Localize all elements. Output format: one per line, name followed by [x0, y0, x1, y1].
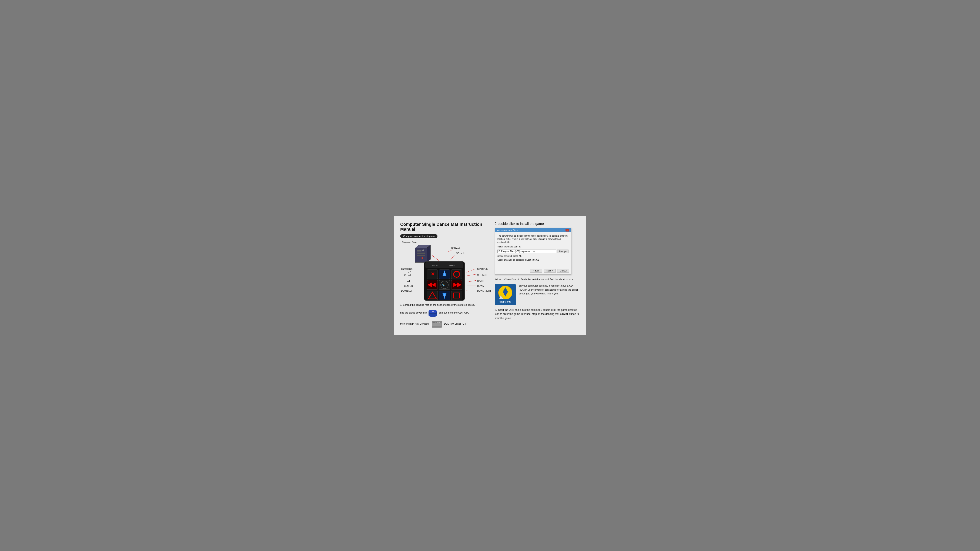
dialog-button-row: < Back Next > Cancel: [495, 268, 571, 275]
svg-point-52: [428, 314, 437, 317]
up-left-label: UP LEFT: [404, 274, 413, 276]
dialog-close-button[interactable]: ✕: [565, 229, 570, 232]
svg-rect-48: [451, 291, 462, 300]
stepmania-description: on your computer desktop. If you don't h…: [519, 284, 579, 295]
svg-marker-16: [427, 245, 430, 262]
dialog-body: The software will be installed in the fo…: [495, 232, 571, 264]
step2-header: 2.double click to install the game: [495, 222, 579, 226]
left-label: LEFT: [407, 280, 412, 282]
svg-line-2: [450, 254, 456, 260]
svg-text:START: START: [449, 264, 455, 267]
center-label: CENTER: [404, 285, 413, 287]
install-label: Install stepmania.com to:: [498, 245, 521, 248]
step1-disk-row: find the game driver disk and put it int…: [400, 308, 490, 318]
stepmania-logo-icon: StepMania: [495, 284, 516, 305]
page: Computer Single Dance Mat Instruction Ma…: [394, 216, 586, 335]
steps-section: 1. Spread the dancing mat on the floor a…: [400, 303, 490, 329]
svg-rect-59: [439, 322, 440, 323]
svg-point-54: [432, 311, 434, 312]
svg-rect-18: [417, 255, 425, 256]
usb-port-label: USB port: [451, 247, 460, 249]
connection-badge: Computer connection diagram: [400, 234, 438, 238]
svg-rect-17: [417, 252, 425, 254]
find-compute-text: then fing it in "My Compute: [400, 322, 430, 325]
dvd-icon: DVD: [431, 319, 442, 329]
svg-rect-23: [425, 262, 463, 268]
dialog-divider: [495, 266, 571, 266]
svg-line-1: [447, 250, 453, 252]
dialog-install-row: Install stepmania.com to:: [498, 245, 568, 248]
up-right-label: UP RIGHT: [477, 274, 487, 276]
dialog-titlebar: stepmania.com Setup ✕: [495, 228, 571, 232]
svg-text:StepMania: StepMania: [500, 300, 511, 303]
svg-line-9: [466, 269, 476, 272]
svg-point-19: [422, 249, 424, 251]
cancel-back-label: Cancel/Back: [401, 268, 413, 270]
cancel-button[interactable]: Cancel: [557, 269, 570, 273]
svg-rect-56: [432, 323, 442, 326]
computer-case-label: Computer Case: [402, 241, 417, 243]
dvd-label: DVD RW Driver (G:): [444, 322, 466, 325]
down-label: DOWN: [477, 285, 484, 287]
step3-text: 3. Insert the USB cable into the compute…: [495, 308, 579, 320]
svg-line-13: [466, 290, 476, 291]
dialog-body-text: The software will be installed in the fo…: [498, 234, 568, 244]
page-title: Computer Single Dance Mat Instruction Ma…: [400, 222, 490, 232]
dialog-title: stepmania.com Setup: [496, 229, 519, 232]
change-button[interactable]: Change: [557, 249, 568, 253]
svg-text:✕: ✕: [431, 271, 435, 276]
follow-text: follow the"Next"step to finish the insta…: [495, 278, 579, 282]
diagram-area: Computer Case: [400, 241, 490, 300]
down-right-label: DOWN RIGHT: [477, 290, 491, 292]
usb-cable-label: USB cable: [455, 252, 465, 254]
stepmania-row: StepMania on your computer desktop. If y…: [495, 284, 579, 305]
svg-line-10: [466, 274, 476, 276]
right-label: RIGHT: [477, 280, 484, 282]
svg-text:DVD: DVD: [433, 322, 437, 323]
find-disk-text: find the game driver disk: [400, 311, 427, 314]
install-path-input[interactable]: [498, 249, 556, 253]
svg-line-11: [466, 280, 476, 282]
svg-text:Co: Co: [442, 284, 444, 287]
up-label: UP: [408, 271, 411, 273]
svg-rect-20: [417, 251, 422, 251]
space-required-text: Space required: 630.5 MB: [498, 254, 568, 258]
step1-text: 1. Spread the dancing mat on the floor a…: [400, 303, 490, 307]
back-button[interactable]: < Back: [530, 269, 542, 273]
right-column: 2.double click to install the game stepm…: [495, 222, 579, 329]
dvd-row: then fing it in "My Compute DVD DVD RW D…: [400, 319, 490, 329]
svg-point-21: [422, 257, 423, 259]
setup-dialog: stepmania.com Setup ✕ The software will …: [495, 228, 571, 275]
put-cd-text: and put it into the CD ROM,: [439, 311, 469, 314]
step3-bold-text: START: [560, 313, 568, 316]
computer-case-icon: [413, 244, 432, 263]
left-column: Computer Single Dance Mat Instruction Ma…: [400, 222, 490, 329]
dance-mat-icon: SELECT START ✕: [424, 261, 465, 301]
next-button[interactable]: Next >: [544, 269, 555, 273]
down-left-label: DOWN LEFT: [401, 290, 414, 292]
start-ok-label: START/OK: [477, 268, 488, 270]
disk-icon: [428, 308, 438, 318]
dialog-path-row: Change: [498, 249, 568, 253]
space-available-text: Space available on selected drive: 54.55…: [498, 258, 568, 262]
svg-text:SELECT: SELECT: [432, 264, 440, 267]
